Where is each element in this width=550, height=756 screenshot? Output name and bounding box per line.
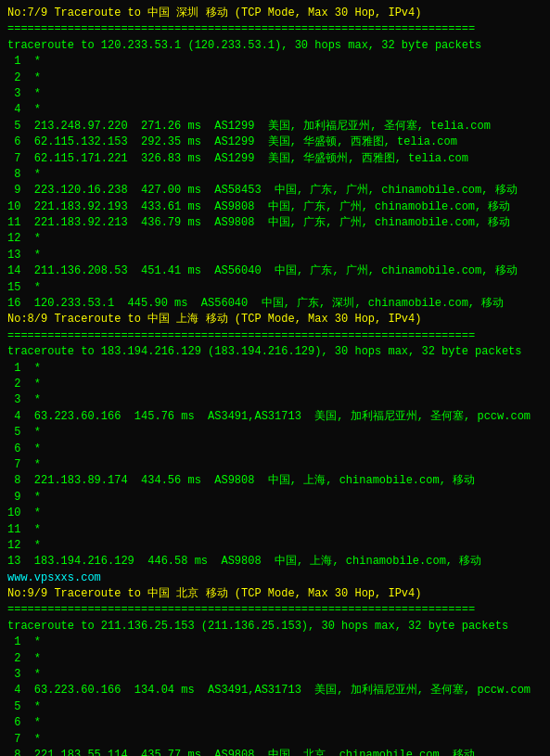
terminal-line: 5 *: [7, 699, 543, 715]
terminal-line: 10 221.183.92.193 433.61 ms AS9808 中国, 广…: [7, 199, 543, 215]
terminal-line: ========================================…: [7, 602, 543, 618]
terminal-line: 8 221.183.89.174 434.56 ms AS9808 中国, 上海…: [7, 473, 543, 489]
terminal-line: 9 223.120.16.238 427.00 ms AS58453 中国, 广…: [7, 183, 543, 199]
terminal-line: 14 211.136.208.53 451.41 ms AS56040 中国, …: [7, 263, 543, 279]
terminal-line: 13 *: [7, 248, 543, 263]
terminal-line: 2 *: [7, 377, 543, 392]
terminal-line: 3 *: [7, 667, 543, 683]
terminal-output: No:7/9 Traceroute to 中国 深圳 移动 (TCP Mode,…: [7, 6, 543, 756]
terminal-line: 4 63.223.60.166 145.76 ms AS3491,AS31713…: [7, 409, 543, 425]
terminal-line: 1 *: [7, 54, 543, 70]
terminal-line: traceroute to 183.194.216.129 (183.194.2…: [7, 344, 543, 360]
terminal-line: 7 *: [7, 732, 543, 748]
terminal-line: 1 *: [7, 361, 543, 377]
terminal-line: 9 *: [7, 490, 543, 506]
terminal-line: 6 *: [7, 715, 543, 731]
terminal-line: 12 *: [7, 538, 543, 554]
terminal-line: 8 *: [7, 167, 543, 183]
terminal-line: ========================================…: [7, 21, 543, 37]
terminal-line: ========================================…: [7, 328, 543, 344]
terminal-line: No:8/9 Traceroute to 中国 上海 移动 (TCP Mode,…: [7, 312, 543, 327]
terminal-line: 5 213.248.97.220 271.26 ms AS1299 美国, 加利…: [7, 119, 543, 135]
terminal-line: 11 221.183.92.213 436.79 ms AS9808 中国, 广…: [7, 215, 543, 231]
terminal-line: 12 *: [7, 231, 543, 247]
terminal-line: 1 *: [7, 634, 543, 650]
terminal-line: 15 *: [7, 280, 543, 296]
terminal-line: 2 *: [7, 651, 543, 667]
terminal-line: 3 *: [7, 86, 543, 102]
terminal-line: 8 221.183.55.114 435.77 ms AS9808 中国, 北京…: [7, 748, 543, 756]
terminal-line: 2 *: [7, 70, 543, 86]
terminal-line: 3 *: [7, 392, 543, 408]
terminal-line: 11 *: [7, 522, 543, 538]
terminal-line: 4 63.223.60.166 134.04 ms AS3491,AS31713…: [7, 683, 543, 698]
terminal-line: 7 *: [7, 457, 543, 473]
terminal-line: 7 62.115.171.221 326.83 ms AS1299 美国, 华盛…: [7, 151, 543, 167]
terminal-line: 4 *: [7, 102, 543, 118]
terminal-line: 5 *: [7, 425, 543, 441]
terminal-line: traceroute to 120.233.53.1 (120.233.53.1…: [7, 38, 543, 54]
terminal-line: 16 120.233.53.1 445.90 ms AS56040 中国, 广东…: [7, 296, 543, 312]
terminal-line: 6 62.115.132.153 292.35 ms AS1299 美国, 华盛…: [7, 135, 543, 150]
terminal-line: 13 183.194.216.129 446.58 ms AS9808 中国, …: [7, 554, 543, 570]
terminal-line: traceroute to 211.136.25.153 (211.136.25…: [7, 619, 543, 634]
terminal-line: 6 *: [7, 442, 543, 457]
terminal-line: 10 *: [7, 506, 543, 521]
terminal-line: No:7/9 Traceroute to 中国 深圳 移动 (TCP Mode,…: [7, 6, 543, 21]
terminal-line: www.vpsxxs.com: [7, 570, 543, 586]
terminal-line: No:9/9 Traceroute to 中国 北京 移动 (TCP Mode,…: [7, 586, 543, 602]
